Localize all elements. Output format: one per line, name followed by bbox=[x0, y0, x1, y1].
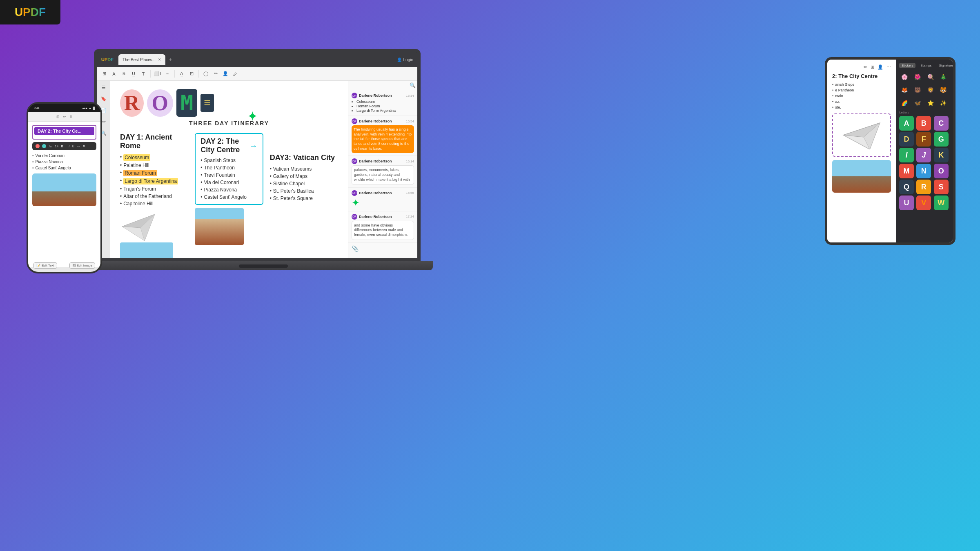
sticker-tree[interactable]: 🎄 bbox=[938, 71, 949, 82]
new-tab-button[interactable]: + bbox=[169, 56, 172, 63]
sticker-sparkle[interactable]: ✨ bbox=[938, 98, 949, 108]
letter-sticker-s[interactable]: S bbox=[934, 180, 949, 194]
sticker-tiger[interactable]: 🐯 bbox=[938, 84, 949, 95]
phone-toolbar-edit-icon[interactable]: ✏ bbox=[63, 115, 66, 119]
letter-sticker-o[interactable]: O bbox=[934, 164, 949, 178]
letter-sticker-f[interactable]: F bbox=[916, 132, 931, 147]
toolbar-separator-3 bbox=[198, 70, 199, 78]
toolbar-crop-icon[interactable]: ⊡ bbox=[188, 70, 195, 78]
phone-edit-image-button[interactable]: 🖼 Edit Image bbox=[69, 262, 95, 267]
phone-font-size: 14 bbox=[55, 144, 58, 148]
sidebar-bookmark-icon[interactable]: 🔖 bbox=[100, 95, 108, 103]
tablet-sticker-panel: Stickers Stamps Signature 🌸 🌺 🍭 🎄 🦊 🐻 🦁 … bbox=[896, 60, 953, 242]
day1-item-6: Altar of the Fatherland bbox=[120, 193, 188, 200]
tablet-toolbar-row: ✏ ⊞ 👤 ⋯ bbox=[832, 64, 891, 70]
phone-color-picker-red[interactable] bbox=[36, 144, 40, 148]
sticker-star[interactable]: ⭐ bbox=[925, 98, 936, 108]
chat-bubble-3: palaces, monuments, lakes, gardens, natu… bbox=[352, 165, 414, 184]
sticker-rainbow[interactable]: 🌈 bbox=[899, 98, 910, 108]
chat-time-1: 15:34 bbox=[406, 94, 414, 98]
letter-sticker-c[interactable]: C bbox=[934, 116, 949, 131]
sticker-candy[interactable]: 🍭 bbox=[925, 71, 936, 82]
letter-sticker-w[interactable]: W bbox=[934, 196, 949, 210]
sidebar-thumbnail-icon[interactable]: ☰ bbox=[100, 83, 108, 91]
toolbar-format-icon[interactable]: ⊞ bbox=[100, 70, 108, 78]
chat-avatar-5: DR bbox=[352, 214, 357, 220]
toolbar-user-icon[interactable]: 👤 bbox=[222, 70, 229, 78]
rome-letter-r: R bbox=[120, 89, 144, 117]
letter-sticker-k[interactable]: K bbox=[934, 148, 949, 162]
toolbar-highlight-icon[interactable]: A̲ bbox=[178, 70, 185, 78]
phone-item-navona: Piazza Navona bbox=[32, 159, 96, 165]
phone-list: Via dei Coronari Piazza Navona Castel Sa… bbox=[32, 153, 96, 171]
rome-letter-o: O bbox=[147, 89, 173, 117]
letter-sticker-b[interactable]: B bbox=[916, 116, 931, 131]
letter-sticker-u[interactable]: U bbox=[899, 196, 914, 210]
toolbar-separator-1 bbox=[150, 70, 151, 78]
letter-sticker-i[interactable]: I bbox=[899, 148, 914, 162]
day1-highlight-largo: Largo di Torre Argentina bbox=[123, 178, 178, 184]
phone-bold-btn[interactable]: B bbox=[61, 144, 63, 148]
letter-sticker-g[interactable]: G bbox=[934, 132, 949, 147]
letter-sticker-r[interactable]: R bbox=[916, 180, 931, 194]
sticker-toolbar: Stickers Stamps Signature bbox=[899, 63, 950, 68]
toolbar-annotate-icon[interactable]: ✏ bbox=[212, 70, 219, 78]
laptop-screen: UPDF The Best Places... ✕ + 👤 Login ⊞ A … bbox=[94, 49, 421, 261]
phone-close-toolbar-btn[interactable]: ✕ bbox=[82, 144, 86, 148]
phone-color-picker-teal[interactable] bbox=[42, 144, 46, 148]
tablet-more-icon[interactable]: ⋯ bbox=[886, 64, 891, 70]
toolbar-text-style-icon[interactable]: A bbox=[110, 70, 118, 78]
tablet-user-icon[interactable]: 👤 bbox=[878, 64, 883, 70]
sticker-tab-signature[interactable]: Signature bbox=[937, 63, 953, 68]
toolbar-shape-icon[interactable]: ◯ bbox=[202, 70, 209, 78]
phone-toolbar-grid-icon[interactable]: ⊞ bbox=[56, 115, 60, 119]
sticker-lion[interactable]: 🦁 bbox=[925, 84, 936, 95]
toolbar-strikethrough-icon[interactable]: S̶ bbox=[120, 70, 127, 78]
pdf-content-area: ☰ 🔖 📄 ✏ 🔍 R O M ≡ ✦ TH bbox=[97, 81, 417, 261]
chat-attachment-icon[interactable]: 📎 bbox=[352, 245, 359, 252]
sticker-tab-stickers[interactable]: Stickers bbox=[899, 63, 915, 68]
day2-arrow: → bbox=[249, 141, 258, 151]
toolbar-fill-icon[interactable]: 🖊 bbox=[232, 70, 239, 78]
tablet-item-fountain: ntain bbox=[832, 93, 891, 99]
sticker-bear[interactable]: 🐻 bbox=[912, 84, 923, 95]
sticker-tab-stamps[interactable]: Stamps bbox=[918, 63, 934, 68]
chat-sender-5: Darlene Robertson bbox=[359, 215, 392, 219]
day3-list: Vatican Museums Gallery of Maps Sistine … bbox=[270, 165, 338, 202]
tablet-screen: ✏ ⊞ 👤 ⋯ 2: The City Centre anish Steps e… bbox=[827, 60, 953, 242]
sticker-flower2[interactable]: 🌺 bbox=[912, 71, 923, 82]
tab-close-button[interactable]: ✕ bbox=[158, 58, 161, 62]
letter-sticker-d[interactable]: D bbox=[899, 132, 914, 147]
phone-more-btn[interactable]: ⋯ bbox=[77, 144, 80, 148]
login-label[interactable]: Login bbox=[403, 58, 413, 62]
phone-underline-btn[interactable]: U bbox=[72, 144, 74, 148]
sticker-flower[interactable]: 🌸 bbox=[899, 71, 910, 82]
tablet-dashed-selection bbox=[832, 113, 891, 157]
letter-sticker-j[interactable]: J bbox=[916, 148, 931, 162]
phone-edit-text-button[interactable]: 📝 Edit Text bbox=[33, 262, 57, 267]
letter-sticker-a[interactable]: A bbox=[899, 116, 914, 131]
phone-battery-icon: ▓ bbox=[93, 107, 95, 109]
letter-sticker-n[interactable]: N bbox=[916, 164, 931, 178]
paper-plane-area bbox=[120, 212, 188, 242]
phone-toolbar-share-icon[interactable]: ⬆ bbox=[69, 115, 73, 119]
letter-sticker-v[interactable]: V bbox=[916, 196, 931, 210]
toolbar-underline-icon[interactable]: U̲ bbox=[130, 70, 137, 78]
sticker-fox[interactable]: 🦊 bbox=[899, 84, 910, 95]
browser-tab[interactable]: The Best Places... ✕ bbox=[118, 54, 165, 65]
toolbar-align-icon[interactable]: ≡ bbox=[164, 70, 171, 78]
tablet-building-photo bbox=[832, 160, 891, 193]
letter-sticker-m[interactable]: M bbox=[899, 164, 914, 178]
day1-heading: DAY 1: Ancient Rome bbox=[120, 133, 188, 150]
toolbar-textbox-icon[interactable]: ⬜T bbox=[154, 70, 161, 78]
phone-italic-btn[interactable]: I bbox=[69, 144, 69, 148]
chat-search-icon[interactable]: 🔍 bbox=[410, 82, 416, 88]
tablet-pen-icon[interactable]: ✏ bbox=[864, 64, 867, 70]
sticker-butterfly[interactable]: 🦋 bbox=[912, 98, 923, 108]
letter-sticker-q[interactable]: Q bbox=[899, 180, 914, 194]
letters-label: Letters bbox=[899, 111, 950, 114]
day1-item-7: Capitoline Hill bbox=[120, 200, 188, 207]
toolbar-text-icon[interactable]: T bbox=[140, 70, 147, 78]
day2-item-6: Castel Sant' Angelo bbox=[200, 193, 257, 201]
tablet-grid-icon[interactable]: ⊞ bbox=[871, 64, 874, 70]
